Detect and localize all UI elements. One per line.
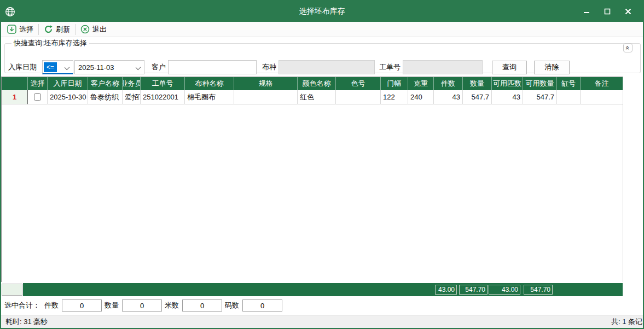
exit-button[interactable]: 退出 — [77, 23, 111, 36]
minimize-button[interactable] — [576, 1, 597, 22]
clear-button[interactable]: 清除 — [534, 61, 570, 74]
customer-label: 客户 — [152, 62, 166, 72]
double-chevron-up-icon: « — [624, 46, 631, 50]
column-header-salesman[interactable]: 业务员 — [123, 77, 141, 90]
chevron-down-icon — [136, 65, 141, 70]
select-button-label: 选择 — [19, 25, 33, 34]
cell-color_name: 红色 — [298, 90, 336, 104]
cell-fabric: 棉毛圈布 — [185, 90, 234, 104]
cell-check — [28, 90, 48, 104]
search-button[interactable]: 查询 — [492, 61, 527, 74]
quick-query-panel: 快捷查询:坯布库存选择 « 入库日期 <= 2025-11-03 客户 布种 工… — [4, 38, 641, 73]
quick-query-legend: 快捷查询:坯布库存选择 — [11, 38, 89, 48]
row-select-checkbox[interactable] — [34, 93, 41, 101]
column-header-rownum[interactable] — [2, 77, 28, 90]
close-button[interactable] — [618, 1, 639, 22]
column-header-door_width[interactable]: 门幅 — [381, 77, 408, 90]
cell-pieces: 43 — [434, 90, 463, 104]
exit-button-label: 退出 — [92, 25, 107, 34]
column-header-color_name[interactable]: 颜色名称 — [298, 77, 336, 90]
cell-avail_pieces: 43 — [492, 90, 523, 104]
elapsed-time-text: 耗时: 31 毫秒 — [5, 317, 48, 327]
column-header-quantity[interactable]: 数量 — [463, 77, 492, 90]
column-header-spec[interactable]: 规格 — [234, 77, 298, 90]
column-header-work_order[interactable]: 工单号 — [141, 77, 185, 90]
column-header-in_date[interactable]: 入库日期 — [48, 77, 88, 90]
toolbar-separator — [75, 24, 76, 35]
date-value: 2025-11-03 — [78, 63, 114, 72]
summary-corner-box — [2, 284, 22, 296]
column-header-gram_weight[interactable]: 克重 — [408, 77, 434, 90]
inventory-grid: 选择入库日期客户名称业务员工单号布种名称规格颜色名称色号门幅克重件数数量可用匹数… — [1, 77, 623, 282]
cell-salesman: 爱招飞 — [123, 90, 141, 104]
summary-pieces: 43.00 — [435, 285, 457, 295]
record-count-text: 共: 1 条记 — [611, 317, 642, 327]
summary-avail-pieces: 43.00 — [489, 285, 520, 295]
refresh-icon — [44, 25, 53, 34]
customer-input[interactable] — [168, 60, 257, 74]
cell-door_width: 122 — [381, 90, 408, 104]
refresh-button[interactable]: 刷新 — [40, 23, 74, 36]
fabric-label: 布种 — [262, 62, 276, 72]
total-label-quantity: 数量 — [105, 301, 119, 310]
refresh-button-label: 刷新 — [56, 25, 70, 34]
summary-band: 43.00547.7043.00547.70 — [1, 282, 643, 296]
cell-customer: 鲁泰纺织 — [88, 90, 123, 104]
fabric-input[interactable] — [279, 60, 375, 74]
window-title: 选择坯布库存 — [1, 7, 643, 16]
summary-avail-qty: 547.70 — [524, 285, 553, 295]
column-header-check[interactable]: 选择 — [28, 77, 48, 90]
column-header-pieces[interactable]: 件数 — [434, 77, 463, 90]
toolbar-separator — [38, 24, 39, 35]
total-input-yards[interactable] — [242, 299, 282, 312]
collapse-panel-button[interactable]: « — [623, 43, 633, 52]
cell-work_order: 251022001 — [141, 90, 185, 104]
cell-rownum: 1 — [2, 90, 28, 104]
date-label: 入库日期 — [8, 62, 37, 72]
total-group-yards: 码数 — [225, 299, 282, 312]
workorder-input[interactable] — [403, 60, 483, 74]
globe-icon — [4, 6, 15, 17]
total-label-yards: 码数 — [225, 301, 239, 310]
cell-gram_weight: 240 — [408, 90, 434, 104]
selected-totals-label: 选中合计： — [4, 301, 40, 310]
selected-totals-row: 选中合计： 件数数量米数码数 — [1, 296, 643, 315]
date-operator-select[interactable]: <= — [42, 60, 73, 74]
summary-quantity: 547.70 — [459, 285, 488, 295]
toolbar: 选择 刷新 退出 — [1, 22, 643, 37]
total-group-meters: 米数 — [165, 299, 222, 312]
cell-spec — [234, 90, 298, 104]
column-header-fabric[interactable]: 布种名称 — [185, 77, 234, 90]
column-header-remark[interactable]: 备注 — [581, 77, 623, 90]
select-button[interactable]: 选择 — [3, 23, 37, 36]
column-header-color_no[interactable]: 色号 — [336, 77, 381, 90]
total-input-quantity[interactable] — [122, 299, 162, 312]
workorder-label: 工单号 — [379, 62, 401, 72]
total-group-quantity: 数量 — [105, 299, 162, 312]
statusbar: 耗时: 31 毫秒 共: 1 条记 — [1, 315, 643, 328]
grid-body: 12025-10-30鲁泰纺织爱招飞251022001棉毛圈布红色1222404… — [2, 90, 623, 104]
total-label-pieces: 件数 — [44, 301, 59, 310]
table-row[interactable]: 12025-10-30鲁泰纺织爱招飞251022001棉毛圈布红色1222404… — [2, 90, 623, 104]
dialog-window: 选择坯布库存 选择 — [0, 0, 644, 329]
column-header-vat_no[interactable]: 缸号 — [557, 77, 581, 90]
cell-remark — [581, 90, 623, 104]
date-select[interactable]: 2025-11-03 — [74, 60, 144, 74]
grid-header-row: 选择入库日期客户名称业务员工单号布种名称规格颜色名称色号门幅克重件数数量可用匹数… — [2, 77, 623, 90]
cell-vat_no — [557, 90, 581, 104]
total-label-meters: 米数 — [165, 301, 179, 310]
cell-color_no — [336, 90, 381, 104]
cell-quantity: 547.7 — [463, 90, 492, 104]
cell-in_date: 2025-10-30 — [48, 90, 88, 104]
total-group-pieces: 件数 — [44, 299, 102, 312]
chevron-down-icon — [65, 65, 69, 70]
column-header-avail_pieces[interactable]: 可用匹数 — [492, 77, 523, 90]
titlebar: 选择坯布库存 — [1, 1, 643, 22]
total-input-meters[interactable] — [182, 299, 222, 312]
maximize-button[interactable] — [597, 1, 618, 22]
select-arrow-icon — [7, 25, 16, 34]
column-header-avail_qty[interactable]: 可用数量 — [523, 77, 557, 90]
total-input-pieces[interactable] — [62, 299, 102, 312]
cell-avail_qty: 547.7 — [523, 90, 557, 104]
column-header-customer[interactable]: 客户名称 — [88, 77, 123, 90]
